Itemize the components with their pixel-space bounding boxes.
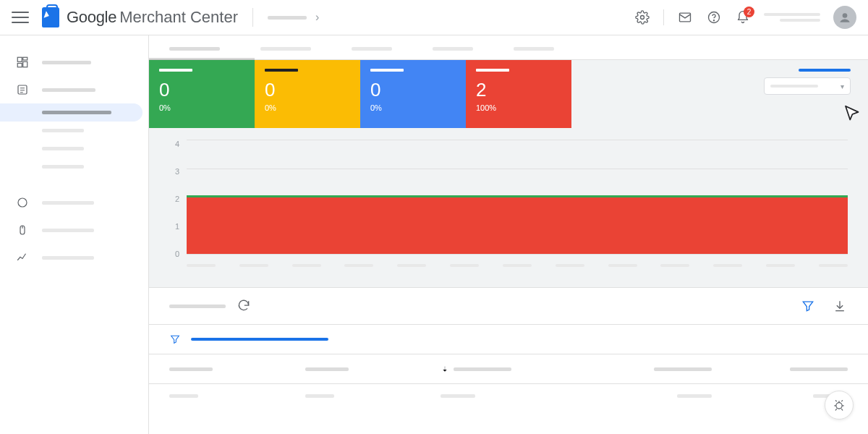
sidebar-item-2a[interactable] (0, 103, 142, 122)
svg-rect-5 (17, 57, 22, 61)
series-green-line (187, 195, 848, 197)
col-header-4[interactable] (576, 367, 712, 371)
card-percent: 0% (265, 103, 350, 112)
ytick: 4 (175, 140, 179, 148)
card-percent: 0% (159, 103, 244, 112)
sidebar-item-2b[interactable] (0, 122, 142, 140)
ytick: 0 (175, 250, 179, 258)
table-row[interactable] (149, 384, 868, 408)
card-title-bar (370, 69, 404, 72)
svg-rect-8 (17, 64, 22, 67)
svg-point-3 (714, 20, 715, 21)
date-range-select[interactable]: ▾ (764, 77, 851, 95)
sidebar-item-label (42, 129, 84, 132)
download-icon[interactable] (832, 298, 848, 314)
card-title-bar (265, 69, 298, 72)
settings-icon[interactable] (634, 9, 650, 25)
tab-3[interactable] (352, 47, 392, 51)
circle-icon (16, 196, 29, 209)
tab-4[interactable] (433, 47, 473, 51)
sidebar-item-4[interactable] (0, 216, 142, 244)
account-id-block (764, 13, 820, 22)
main-area: 0 0% 0 0% 0 0% 2 100% (149, 35, 868, 434)
svg-point-12 (836, 403, 842, 409)
breadcrumb[interactable]: › (268, 11, 319, 24)
menu-icon[interactable] (12, 9, 29, 26)
chart-x-axis (187, 264, 848, 267)
sidebar (0, 35, 149, 434)
filter-icon[interactable] (800, 298, 816, 314)
chart-y-axis: 4 3 2 1 0 (169, 140, 179, 258)
svg-point-10 (18, 198, 27, 207)
tab-5[interactable] (514, 47, 554, 51)
svg-rect-6 (23, 57, 27, 60)
page-tabs (149, 35, 868, 60)
card-pending[interactable]: 0 0% (255, 60, 360, 128)
chart: 4 3 2 1 0 (149, 128, 868, 273)
mail-icon[interactable] (677, 9, 693, 25)
col-header-1[interactable] (169, 367, 305, 371)
brand[interactable]: Google Merchant Center (42, 7, 238, 27)
card-percent: 0% (370, 103, 456, 112)
notifications-icon[interactable]: 2 (735, 9, 751, 25)
sidebar-item-2[interactable] (0, 76, 142, 103)
trend-icon (16, 251, 29, 264)
select-value (770, 85, 818, 88)
col-header-3[interactable] (441, 365, 576, 373)
col-header-5[interactable] (712, 367, 848, 371)
card-title-bar (476, 69, 509, 72)
svg-rect-7 (23, 61, 27, 67)
dashboard-controls: ▾ (764, 69, 851, 95)
sidebar-item-label (42, 256, 94, 260)
ytick: 1 (175, 222, 179, 231)
feedback-fab[interactable] (825, 391, 854, 420)
avatar[interactable] (833, 6, 856, 29)
filter-icon[interactable] (169, 333, 181, 345)
sidebar-item-1[interactable] (0, 48, 142, 76)
sidebar-item-label (42, 229, 94, 232)
list-title (169, 305, 226, 308)
svg-point-4 (843, 13, 848, 18)
dashboard-link[interactable] (799, 69, 851, 72)
sidebar-item-label (42, 165, 84, 169)
sidebar-item-5[interactable] (0, 244, 142, 271)
col-header-2[interactable] (305, 367, 441, 371)
list-toolbar (149, 288, 868, 325)
filter-chip[interactable] (191, 338, 328, 341)
tab-1[interactable] (169, 47, 220, 51)
card-expiring[interactable]: 0 0% (360, 60, 466, 128)
breadcrumb-level-1[interactable] (268, 16, 307, 20)
card-disapproved[interactable]: 2 100% (466, 60, 571, 128)
tab-2[interactable] (260, 47, 311, 51)
sidebar-item-label (42, 111, 111, 114)
card-active[interactable]: 0 0% (149, 60, 255, 128)
sort-down-icon (441, 365, 449, 373)
cell (169, 394, 305, 398)
cell (576, 394, 712, 398)
chevron-right-icon: › (315, 11, 319, 24)
brand-product: Merchant Center (119, 8, 238, 27)
separator (663, 9, 664, 25)
app-header: Google Merchant Center › 2 (0, 0, 868, 35)
sidebar-item-label (42, 61, 91, 64)
dashboard: 0 0% 0 0% 0 0% 2 100% (149, 60, 868, 288)
sidebar-item-3[interactable] (0, 189, 142, 216)
sidebar-item-label (42, 201, 94, 205)
mouse-icon (16, 224, 29, 237)
refresh-icon[interactable] (236, 298, 252, 314)
active-filter-row (149, 325, 868, 354)
list-icon (16, 83, 29, 96)
card-percent: 100% (476, 103, 561, 112)
sidebar-item-2c[interactable] (0, 140, 142, 158)
table-header (149, 354, 868, 384)
chart-plot[interactable] (187, 140, 848, 254)
sidebar-item-2d[interactable] (0, 158, 142, 176)
card-value: 2 (476, 80, 561, 99)
card-value: 0 (265, 80, 350, 99)
help-icon[interactable] (706, 9, 722, 25)
ytick: 2 (175, 195, 179, 203)
card-value: 0 (370, 80, 456, 99)
sidebar-item-label (42, 88, 95, 92)
notification-badge: 2 (744, 7, 754, 17)
cell (305, 394, 441, 398)
